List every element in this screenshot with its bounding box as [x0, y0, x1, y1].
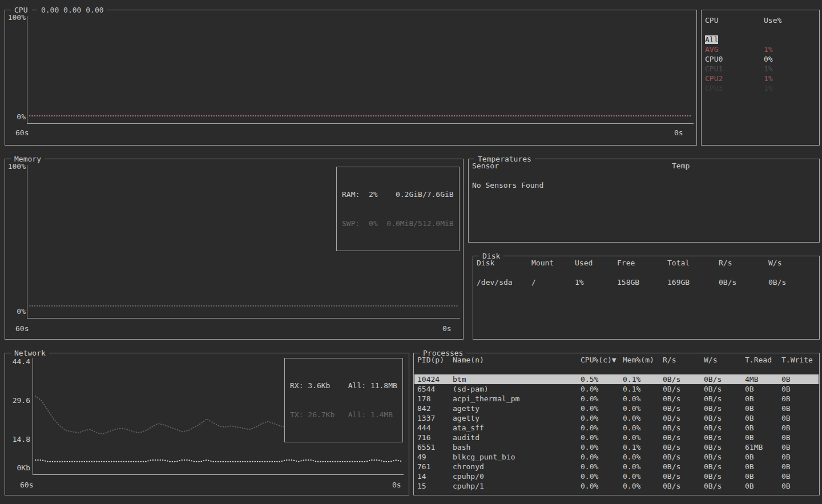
process-row[interactable]: 15cpuhp/10.0%0.0%0B/s0B/s0B0B [414, 481, 819, 491]
process-cell: 4MB [745, 374, 781, 384]
process-cell: 6544 [417, 384, 453, 394]
process-cell: (sd-pam) [453, 384, 581, 394]
process-cell: 716 [417, 433, 453, 442]
process-cell: 0.0% [623, 413, 663, 423]
process-cell: 0B [745, 481, 781, 491]
network-xright-label: 0s [392, 480, 401, 490]
process-cell: 0B/s [663, 413, 704, 423]
network-panel[interactable]: Network 44.4 29.6 14.8 0Kb 60s 0s RX: 3.… [5, 353, 409, 495]
process-cell: 0.1% [623, 442, 663, 452]
disk-cell: 158GB [617, 277, 667, 287]
process-row[interactable]: 842agetty0.0%0.0%0B/s0B/s0B0B [414, 404, 819, 413]
cpu-name-cell: CPU1 [705, 64, 723, 73]
process-cell: 0B/s [663, 423, 704, 433]
process-row[interactable]: 444ata_sff0.0%0.0%0B/s0B/s0B0B [414, 423, 819, 433]
process-cell: 0.0% [623, 423, 663, 433]
process-row[interactable]: 178acpi_thermal_pm0.0%0.0%0B/s0B/s0B0B [414, 394, 819, 404]
process-cell: 0B [781, 471, 819, 481]
process-cell: 15 [417, 481, 453, 491]
process-cell: 0B/s [704, 471, 745, 481]
process-cell: 14 [417, 471, 453, 481]
process-cell: 0B/s [663, 433, 704, 442]
network-legend-box: RX: 3.6Kb All: 11.8MB TX: 26.7Kb All: 1.… [284, 358, 403, 442]
process-cell: 1337 [417, 413, 453, 423]
process-cell: 0B/s [704, 423, 745, 433]
process-cell: 761 [417, 462, 453, 471]
disk-cell: 0B/s [719, 277, 768, 287]
process-sort-header[interactable]: Name(n) [453, 355, 581, 365]
cpu-panel[interactable]: CPU ─ 0.00 0.00 0.00 100% 0% 60s 0s [5, 10, 697, 146]
process-cell: 0B [781, 384, 819, 394]
process-row[interactable]: 14cpuhp/00.0%0.0%0B/s0B/s0B0B [414, 471, 819, 481]
cpu-plot-area [27, 16, 694, 124]
process-cell: 0B [781, 404, 819, 413]
process-cell: 0.0% [581, 462, 623, 471]
cpu-legend-row-cpu1[interactable]: CPU11% [705, 64, 816, 74]
disk-panel[interactable]: Disk DiskMountUsedFreeTotalR/sW/s /dev/s… [473, 256, 820, 340]
process-cell: 0.0% [581, 423, 623, 433]
process-sort-header[interactable]: W/s [704, 355, 745, 365]
process-sort-header[interactable]: Mem%(m) [623, 355, 663, 365]
process-cell: chronyd [453, 462, 581, 471]
process-cell: 0.0% [581, 413, 623, 423]
disk-header-cell: R/s [719, 258, 768, 268]
temperatures-panel[interactable]: Temperatures Sensor Temp No Sensors Foun… [468, 159, 820, 243]
cpu-name-cell: All [705, 35, 718, 44]
disk-header-cell: Used [575, 258, 617, 268]
process-cell: 0.0% [623, 462, 663, 471]
disk-cell: 0B/s [768, 277, 819, 287]
process-cell: 0B/s [704, 413, 745, 423]
process-cell: 6551 [417, 442, 453, 452]
cpu-legend-row-cpu3[interactable]: CPU31% [705, 83, 816, 93]
process-row[interactable]: 6544(sd-pam)0.0%0.1%0B/s0B/s0B0B [414, 384, 819, 394]
cpu-ymax-label: 100% [7, 13, 26, 22]
cpu-legend-col-cpu: CPU [705, 16, 718, 25]
memory-ymax-label: 100% [7, 162, 26, 171]
process-cell: 0B/s [663, 384, 704, 394]
process-cell: 0B/s [663, 374, 704, 384]
process-cell: 0B/s [704, 433, 745, 442]
process-cell: 0B/s [704, 404, 745, 413]
process-row[interactable]: 10424btm0.5%0.1%0B/s0B/s4MB0B [414, 374, 819, 384]
process-cell: 0B [745, 404, 781, 413]
process-cell: 0B [781, 481, 819, 491]
cpu-legend-row-all[interactable]: All [705, 35, 816, 45]
disk-row[interactable]: /dev/sda/1%158GB169GB0B/s0B/s [473, 277, 819, 287]
process-sort-header[interactable]: R/s [663, 355, 704, 365]
network-ytick-29: 29.6 [6, 396, 30, 405]
process-sort-header[interactable]: T.Read [745, 355, 781, 365]
process-cell: 0B/s [663, 404, 704, 413]
cpu-legend-row-cpu2[interactable]: CPU21% [705, 74, 816, 83]
cpu-legend-row-avg[interactable]: AVG1% [705, 45, 816, 54]
cpu-legend-row-cpu0[interactable]: CPU00% [705, 54, 816, 64]
process-cell: 178 [417, 394, 453, 404]
memory-ram-value: RAM: 2% 0.2GiB/7.6GiB [342, 189, 454, 199]
process-row[interactable]: 6551bash0.0%0.1%0B/s0B/s61MB0B [414, 442, 819, 452]
process-sort-header[interactable]: PID(p) [417, 355, 453, 365]
process-cell: 0.0% [581, 481, 623, 491]
process-sort-header[interactable]: CPU%(c)▼ [581, 355, 623, 365]
cpu-xleft-label: 60s [15, 128, 29, 138]
network-ytick-44: 44.4 [6, 357, 30, 366]
disk-cell: 169GB [667, 277, 719, 287]
processes-panel[interactable]: Processes PID(p)Name(n)CPU%(c)▼Mem%(m)R/… [413, 353, 820, 495]
process-row[interactable]: 1337agetty0.0%0.0%0B/s0B/s0B0B [414, 413, 819, 423]
disk-header-cell: Total [667, 258, 719, 268]
temperatures-empty-message: No Sensors Found [472, 180, 543, 190]
cpu-legend-rows: AllAVG1%CPU00%CPU11%CPU21%CPU31% [705, 35, 816, 93]
process-cell: agetty [453, 413, 581, 423]
process-row[interactable]: 761chronyd0.0%0.0%0B/s0B/s0B0B [414, 462, 819, 471]
process-cell: 61MB [745, 442, 781, 452]
process-cell: 0.1% [623, 384, 663, 394]
process-row[interactable]: 716auditd0.0%0.0%0B/s0B/s0B0B [414, 433, 819, 442]
cpu-legend-panel[interactable]: CPU Use% AllAVG1%CPU00%CPU11%CPU21%CPU31… [701, 10, 820, 146]
process-cell: bash [453, 442, 581, 452]
disk-header-cell: Free [617, 258, 667, 268]
process-sort-header[interactable]: T.Write [781, 355, 819, 365]
cpu-xright-label: 0s [674, 128, 683, 138]
cpu-ymin-label: 0% [7, 112, 26, 122]
cpu-legend-col-use: Use% [764, 15, 781, 25]
process-cell: 0.0% [623, 433, 663, 442]
process-row[interactable]: 49blkcg_punt_bio0.0%0.0%0B/s0B/s0B0B [414, 452, 819, 462]
memory-panel[interactable]: Memory 100% 0% 60s 0s RAM: 2% 0.2GiB/7.6… [5, 159, 464, 340]
